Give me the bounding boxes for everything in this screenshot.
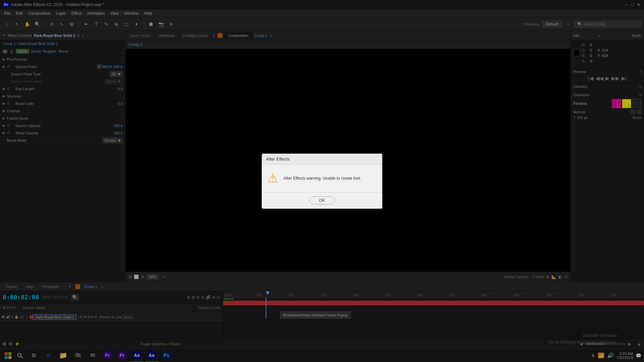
layer-solo-btn[interactable]: ☀ [11, 315, 14, 319]
info-menu-btn[interactable]: ≡ [598, 34, 600, 38]
parent-dropdown[interactable]: None [122, 314, 134, 320]
menu-effect[interactable]: Effect [69, 10, 84, 16]
register-btn[interactable]: Register [43, 49, 57, 53]
comp-tab-menu[interactable]: ≡ [270, 34, 272, 38]
timeline-menu-btn[interactable]: ≡ [101, 285, 103, 289]
colorize-row[interactable]: ▶ Colorize [0, 107, 125, 115]
pen-tool[interactable]: ✒ [82, 20, 91, 28]
libraries-menu-btn[interactable]: ≡ [639, 84, 641, 88]
leading-value[interactable]: 42 px [632, 116, 641, 120]
taskbar-search-btn[interactable] [15, 350, 25, 361]
no-fill-swatch[interactable] [632, 99, 641, 108]
preview-menu-btn[interactable]: ≡ [639, 70, 641, 74]
fractal-noise-row[interactable]: ▶ Fractal Noise [0, 115, 125, 122]
timeline-close-btn[interactable]: ✕ [68, 284, 71, 289]
taskbar-premiere-btn1[interactable]: Pr [101, 349, 114, 362]
lm-icon3[interactable]: fx [84, 315, 87, 319]
taskbar-premiere-btn2[interactable]: Pr [115, 349, 129, 362]
taskbar-ae-btn2[interactable]: Ae [145, 349, 158, 362]
tl-ctrl2[interactable]: ⊞ [192, 295, 195, 300]
tl-scroll-up[interactable]: ▲ [637, 341, 641, 347]
timeline-track-area[interactable]: Resolution/Down Sample Factor Popup [223, 298, 644, 318]
boost-light-stopwatch[interactable]: ⏱ [7, 102, 10, 105]
taskbar-clock[interactable]: 2:33 AM 7/22/2019 [616, 352, 633, 360]
tl-ctrl4[interactable]: ◎ [201, 295, 204, 300]
layer-audio-btn[interactable]: 🔊 [6, 315, 10, 319]
preview-first-btn[interactable]: |◀ [588, 75, 593, 81]
taskbar-edge-btn[interactable]: e [42, 349, 55, 362]
taskbar-explorer-btn[interactable]: 📁 [56, 349, 70, 362]
tl-zoom-out[interactable]: ◀ [580, 342, 583, 346]
tab-footage[interactable]: Footage (none) [179, 32, 212, 39]
ray-length-stopwatch[interactable]: ⏱ [7, 87, 10, 90]
tl-bottom-icon3[interactable]: ⚡ [15, 342, 20, 346]
viewer-settings-btn[interactable]: ⚙ [141, 275, 145, 279]
viewer-refresh-btn[interactable]: ↺ [564, 275, 568, 279]
tl-ctrl1[interactable]: ⊕ [187, 295, 190, 300]
viewer-camera-label[interactable]: Active Camera [504, 275, 528, 279]
boost-light-row[interactable]: ▶ ⏱ Boost Light 0.0 [0, 100, 125, 107]
taskbar-network-icon[interactable]: 📶 [598, 352, 604, 359]
timecode-display[interactable]: 0:00:02:00 [3, 294, 39, 301]
comp-sub-label[interactable]: Comp 1 [128, 42, 143, 47]
hand-tool[interactable]: ✋ [23, 20, 32, 28]
taskbar-notification-btn[interactable]: 💬 [636, 353, 641, 358]
menu-help[interactable]: Help [141, 10, 155, 16]
rotate-tool[interactable]: ↺ [47, 20, 56, 28]
source-opacity-row[interactable]: ▶ ⏱ Source Opacity 100.0 [0, 122, 125, 129]
layer-eye-btn[interactable]: 👁 [1, 315, 5, 319]
viewer-mask-btn[interactable]: ◧ [558, 275, 562, 279]
tl-bottom-icon1[interactable]: ⊞ [3, 342, 6, 346]
timeline-search-btn[interactable]: 🔍 [71, 294, 79, 301]
taskbar-store-btn[interactable]: 🛍 [71, 349, 85, 362]
tag-icon[interactable]: 🏷 [20, 315, 23, 319]
boost-light-value[interactable]: 0.0 [118, 102, 123, 106]
camera-tool[interactable]: 📷 [157, 20, 165, 28]
eraser-tool[interactable]: ◻ [122, 20, 131, 28]
tab-layer[interactable]: Layer (none) [126, 32, 155, 39]
menu-file[interactable]: File [1, 10, 13, 16]
shine-opacity-row[interactable]: ▶ ⏱ Shine Opacity 100.0 [0, 129, 125, 137]
panel-close-btn[interactable]: ✕ [3, 33, 6, 38]
taskbar-photoshop-btn[interactable]: Ps [160, 349, 173, 362]
menu-window[interactable]: Window [121, 10, 141, 16]
timeline-comp-name[interactable]: Comp 1 [84, 285, 97, 289]
stroke-swatch[interactable] [622, 99, 631, 108]
menu-animation[interactable]: Animation [84, 10, 107, 16]
viewer-snap-btn[interactable]: 📐 [551, 275, 556, 279]
blend-mode-row[interactable]: Blend Mode Screen ▼ [0, 137, 125, 144]
shimmer-expand[interactable]: ▶ [3, 94, 5, 98]
source-point-type-row[interactable]: Source Point Type 2D ▼ [0, 70, 125, 78]
fill-swatch[interactable] [612, 99, 621, 108]
preview-next-btn[interactable]: ▶▶ [611, 75, 620, 81]
brush-tool[interactable]: ✎ [102, 20, 111, 28]
blend-mode-dropdown[interactable]: Screen ▼ [103, 138, 123, 143]
menu-edit[interactable]: Edit [13, 10, 25, 16]
dialog-ok-btn[interactable]: OK [309, 196, 334, 204]
viewer-fit-btn[interactable]: ⤡ [162, 275, 165, 279]
text-tool[interactable]: T [92, 20, 101, 28]
shine-opacity-value[interactable]: 100.0 [113, 131, 123, 135]
coord-crosshair-icon[interactable]: ⊕ [97, 64, 102, 69]
viewer-zoom-level[interactable]: 50% [147, 274, 159, 280]
toggle-switches-label[interactable]: Toggle Switches / Modes [22, 342, 299, 346]
title-controls[interactable]: ─ □ ✕ [624, 2, 641, 7]
tab-paragraph[interactable]: Paragraph [39, 284, 62, 289]
move-tool[interactable]: ⤡ [57, 20, 66, 28]
zoom-tool[interactable]: 🔍 [33, 20, 42, 28]
viewer-grid-btn[interactable]: ⊞ [546, 275, 549, 279]
ray-length-value[interactable]: 4.0 [118, 87, 123, 91]
source-point-value[interactable]: 960.0 ,540.0 [102, 65, 123, 69]
shine-opacity-expand[interactable]: ▶ [3, 131, 5, 135]
source-opacity-value[interactable]: 100.0 [113, 124, 123, 128]
panel-expand-btn[interactable]: ≡ [77, 33, 79, 38]
menu-view[interactable]: View [108, 10, 122, 16]
source-point-stopwatch[interactable]: ⏱ [7, 65, 10, 68]
menu-composition[interactable]: Composition [25, 10, 53, 16]
tl-zoom-in[interactable]: ▶ [628, 342, 631, 346]
viewer-reset-btn[interactable]: ⊞ [128, 275, 132, 279]
preview-last-btn[interactable]: ▶| [622, 75, 627, 81]
lm-icon1[interactable]: ⊕ [79, 315, 82, 319]
taskbar-ae-btn1[interactable]: Ae [130, 349, 144, 362]
tab-align[interactable]: Align [23, 284, 37, 289]
